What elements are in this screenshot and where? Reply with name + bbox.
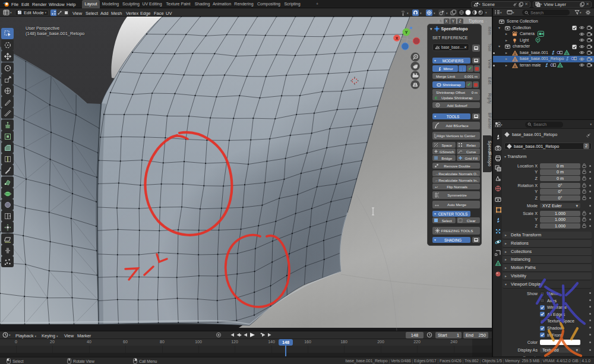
svg-text:Y: Y (405, 30, 408, 34)
svg-text:X: X (396, 36, 399, 40)
